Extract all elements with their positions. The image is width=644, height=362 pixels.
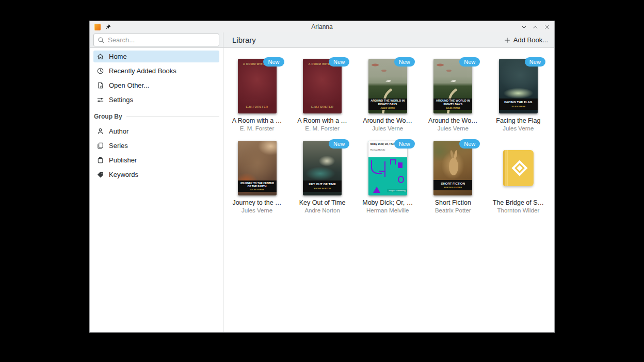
book-card[interactable]: AROUND THE WORLD IN EIGHTY DAYS JULES VE… bbox=[421, 59, 486, 131]
book-card[interactable]: AROUND THE WORLD IN EIGHTY DAYS JULES VE… bbox=[355, 59, 420, 131]
sidebar-item-label: Settings bbox=[109, 96, 133, 104]
minimize-button[interactable] bbox=[521, 24, 527, 30]
sidebar-item-label: Series bbox=[109, 142, 128, 150]
book-cover: A ROOM WITH A V E.M.FORSTER bbox=[238, 59, 277, 113]
cover-band: SHORT FICTION BEATRIX POTTER bbox=[433, 180, 472, 190]
sidebar: Home Recently Added Books bbox=[90, 32, 223, 332]
cover-author: JULES VERNE bbox=[511, 105, 525, 108]
book-cover: FACING THE FLAG JULES VERNE bbox=[499, 59, 538, 113]
book-card[interactable]: A ROOM WITH A V E.M.FORSTER New A Room w… bbox=[224, 59, 289, 131]
book-author: Jules Verne bbox=[486, 125, 551, 131]
book-title: Facing the Flag bbox=[486, 117, 551, 124]
add-book-button[interactable]: Add Book... bbox=[504, 36, 548, 44]
cover-author: JULES VERNE bbox=[250, 188, 264, 191]
generic-book-icon bbox=[503, 150, 534, 186]
pages-icon bbox=[96, 142, 104, 150]
cover-title: FACING THE FLAG bbox=[504, 101, 532, 104]
group-by-label: Group By bbox=[94, 113, 122, 120]
sidebar-item-settings[interactable]: Settings bbox=[93, 94, 219, 106]
sidebar-item-recently-added[interactable]: Recently Added Books bbox=[93, 65, 219, 77]
sidebar-item-label: Keywords bbox=[109, 171, 138, 178]
group-by-header: Group By bbox=[94, 113, 219, 120]
sidebar-item-label: Publisher bbox=[109, 156, 137, 164]
app-icon bbox=[94, 24, 101, 30]
titlebar[interactable]: Arianna bbox=[90, 21, 554, 32]
book-author: E. M. Forster bbox=[224, 125, 289, 131]
cover-band: AROUND THE WORLD IN EIGHTY DAYS JULES VE… bbox=[368, 98, 407, 109]
app-window: Arianna bbox=[89, 21, 555, 333]
book-cover: JOURNEY TO THE CENTER OF THE EARTH JULES… bbox=[238, 141, 277, 195]
cover-author: E.M.FORSTER bbox=[238, 105, 277, 108]
sidebar-item-label: Home bbox=[109, 53, 127, 60]
new-badge: New bbox=[394, 139, 415, 149]
content: Library Add Book... A ROOM WITH A V bbox=[223, 32, 554, 332]
search-input[interactable] bbox=[108, 36, 215, 44]
new-badge: New bbox=[329, 57, 349, 67]
plus-icon bbox=[504, 37, 511, 44]
new-badge: New bbox=[459, 139, 480, 149]
cover-author: E.M.FORSTER bbox=[303, 105, 342, 108]
add-book-label: Add Book... bbox=[513, 36, 548, 44]
book-grid: A ROOM WITH A V E.M.FORSTER New A Room w… bbox=[223, 48, 554, 213]
sidebar-item-author[interactable]: Author bbox=[93, 125, 219, 137]
new-badge: New bbox=[329, 139, 349, 149]
book-cover: SHORT FICTION BEATRIX POTTER bbox=[433, 141, 472, 195]
sliders-icon bbox=[96, 96, 104, 104]
book-card[interactable]: JOURNEY TO THE CENTER OF THE EARTH JULES… bbox=[224, 141, 289, 213]
new-badge: New bbox=[394, 57, 415, 67]
cover-band: KEY OUT OF TIME ANDRE NORTON bbox=[303, 180, 342, 191]
book-title: Around the Wo… bbox=[421, 117, 486, 124]
cover-title: KEY OUT OF TIME bbox=[309, 183, 336, 186]
pin-icon bbox=[105, 24, 111, 30]
book-cover: Moby Dick; Or, The Whale Herman Melville… bbox=[368, 141, 407, 195]
cover-title: AROUND THE WORLD IN EIGHTY DAYS bbox=[369, 99, 406, 106]
book-cover: AROUND THE WORLD IN EIGHTY DAYS JULES VE… bbox=[433, 59, 472, 113]
search-box[interactable] bbox=[93, 34, 219, 46]
sidebar-item-keywords[interactable]: Keywords bbox=[93, 169, 219, 180]
cover-band: AROUND THE WORLD IN EIGHTY DAYS JULES VE… bbox=[433, 98, 472, 109]
book-author: Beatrix Potter bbox=[421, 207, 486, 213]
book-card[interactable]: New The Bridge of S… Thornton Wilder bbox=[486, 141, 551, 213]
cover-author: JULES VERNE bbox=[380, 107, 395, 109]
cover-band: FACING THE FLAG JULES VERNE bbox=[499, 98, 538, 109]
sidebar-item-label: Author bbox=[109, 127, 128, 135]
cover-title: JOURNEY TO THE CENTER OF THE EARTH bbox=[239, 182, 276, 188]
cover-title: AROUND THE WORLD IN EIGHTY DAYS bbox=[434, 99, 471, 106]
book-card[interactable]: KEY OUT OF TIME ANDRE NORTON New Key Out… bbox=[290, 141, 355, 213]
book-author: Thornton Wilder bbox=[486, 207, 551, 213]
book-author: Herman Melville bbox=[355, 207, 420, 213]
bag-icon bbox=[96, 156, 104, 164]
book-title: Around the Wo… bbox=[355, 117, 420, 124]
sidebar-item-label: Open Other... bbox=[109, 81, 149, 89]
sidebar-item-series[interactable]: Series bbox=[93, 140, 219, 152]
book-cover: A ROOM WITH A V E.M.FORSTER bbox=[303, 59, 342, 113]
book-card[interactable]: A ROOM WITH A V E.M.FORSTER New A Room w… bbox=[290, 59, 355, 131]
new-badge: New bbox=[459, 57, 480, 67]
new-badge: New bbox=[263, 57, 284, 67]
book-cover: KEY OUT OF TIME ANDRE NORTON bbox=[303, 141, 342, 195]
cover-title: SHORT FICTION bbox=[441, 182, 465, 186]
cover-author: Herman Melville bbox=[371, 149, 405, 151]
book-cover: AROUND THE WORLD IN EIGHTY DAYS JULES VE… bbox=[368, 59, 407, 113]
home-icon bbox=[96, 53, 104, 60]
maximize-button[interactable] bbox=[532, 24, 539, 30]
book-author: Jules Verne bbox=[355, 125, 420, 131]
cover-author: JULES VERNE bbox=[446, 107, 460, 109]
close-button[interactable] bbox=[543, 24, 550, 30]
sidebar-item-open-other[interactable]: Open Other... bbox=[93, 79, 219, 91]
sidebar-item-publisher[interactable]: Publisher bbox=[93, 154, 219, 166]
book-card[interactable]: Moby Dick; Or, The Whale Herman Melville… bbox=[355, 141, 420, 213]
book-title: A Room with a … bbox=[290, 117, 355, 124]
book-author: E. M. Forster bbox=[290, 125, 355, 131]
book-author: Jules Verne bbox=[421, 125, 486, 131]
book-title: Moby Dick; Or, … bbox=[355, 199, 420, 206]
cover-author: ANDRE NORTON bbox=[314, 187, 331, 190]
book-card[interactable]: SHORT FICTION BEATRIX POTTER New Short F… bbox=[421, 141, 486, 213]
clock-icon bbox=[96, 67, 104, 75]
book-card[interactable]: FACING THE FLAG JULES VERNE New Facing t… bbox=[486, 59, 551, 131]
book-title: Short Fiction bbox=[421, 199, 486, 206]
sidebar-item-home[interactable]: Home bbox=[93, 51, 219, 62]
book-author: Jules Verne bbox=[224, 207, 289, 213]
content-header: Library Add Book... bbox=[223, 32, 554, 48]
book-cover bbox=[499, 141, 538, 195]
